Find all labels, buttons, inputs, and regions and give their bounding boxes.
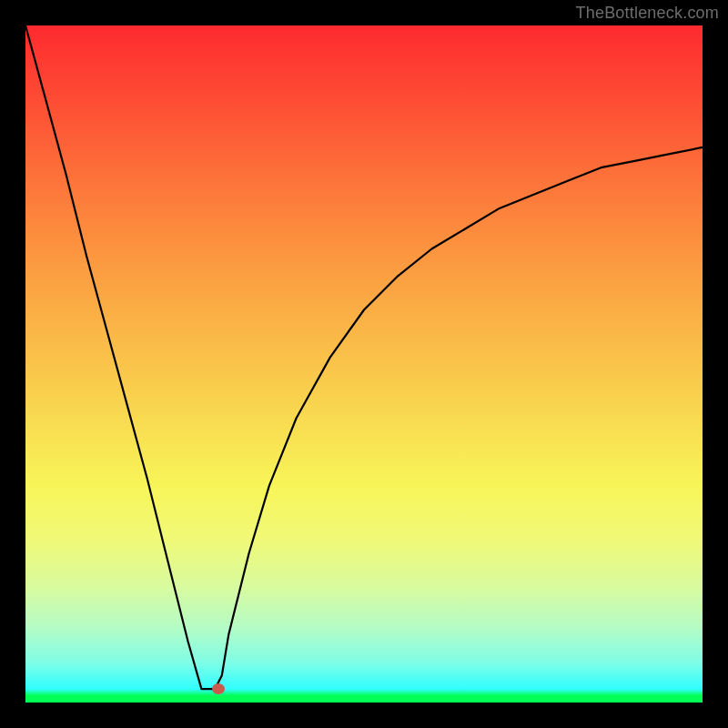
bottleneck-curve [25, 25, 703, 689]
plot-area [25, 25, 703, 703]
chart-frame: TheBottleneck.com [0, 0, 728, 728]
optimal-point-marker [212, 683, 225, 694]
watermark-label: TheBottleneck.com [576, 4, 719, 23]
bottleneck-curve-svg [25, 25, 703, 703]
